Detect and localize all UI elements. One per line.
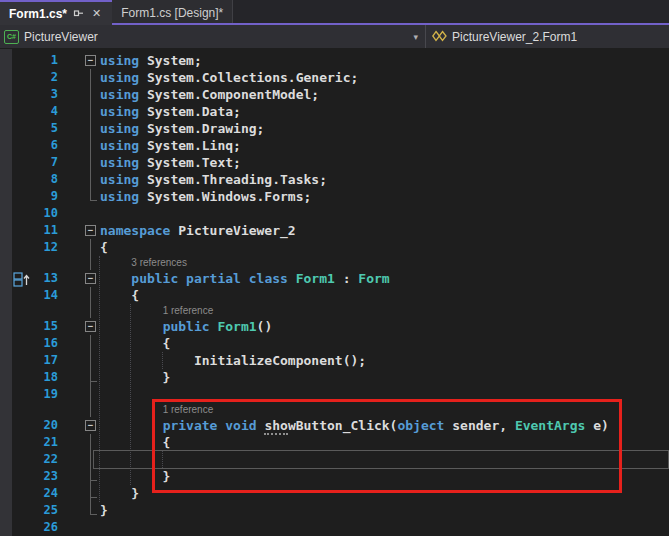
line-number: 15 <box>0 318 62 335</box>
code-row: 8using System.Threading.Tasks; <box>0 171 669 188</box>
outlining-margin <box>62 239 100 256</box>
code-line-text: } <box>100 485 139 502</box>
type-member-dropdown[interactable]: PictureViewer_2.Form1 <box>426 25 669 48</box>
close-icon[interactable]: ✕ <box>90 8 103 19</box>
navigation-bar: C# PictureViewer ▾ PictureViewer_2.Form1 <box>0 25 669 49</box>
code-line-text: public partial class Form1 : Form <box>100 270 390 287</box>
fold-toggle-icon[interactable]: − <box>85 321 96 332</box>
fold-toggle-icon[interactable]: − <box>85 225 96 236</box>
outlining-margin <box>62 352 100 369</box>
outlining-margin: − <box>62 270 100 287</box>
class-icon <box>432 30 447 43</box>
line-number: 8 <box>0 171 62 188</box>
outlining-margin <box>62 188 100 205</box>
code-line-text: using System.Drawing; <box>100 120 264 137</box>
line-number: 5 <box>0 120 62 137</box>
code-line-text: public Form1() <box>100 318 272 335</box>
code-row: 15− public Form1() <box>0 318 669 335</box>
outlining-margin <box>62 137 100 154</box>
outlining-margin <box>62 171 100 188</box>
code-row: 26 <box>0 519 669 536</box>
fold-toggle-icon[interactable]: − <box>85 420 96 431</box>
outlining-margin <box>62 154 100 171</box>
line-number: 14 <box>0 287 62 304</box>
code-line-text: using System; <box>100 52 202 69</box>
line-number: 7 <box>0 154 62 171</box>
outlining-margin <box>62 434 100 451</box>
line-number: 24 <box>0 485 62 502</box>
line-number: 6 <box>0 137 62 154</box>
inheritance-margin-icon[interactable] <box>13 272 30 291</box>
code-row: 6using System.Linq; <box>0 137 669 154</box>
code-line-text: using System.ComponentModel; <box>100 86 319 103</box>
code-row: 5using System.Drawing; <box>0 120 669 137</box>
code-row: 9using System.Windows.Forms; <box>0 188 669 205</box>
code-row: 1−using System; <box>0 52 669 69</box>
line-number: 20 <box>0 417 62 434</box>
code-row: 12{ <box>0 239 669 256</box>
codelens-references[interactable]: 3 references <box>100 256 187 270</box>
outlining-margin <box>62 69 100 86</box>
code-row: 7using System.Text; <box>0 154 669 171</box>
line-number: 2 <box>0 69 62 86</box>
line-number <box>0 403 62 417</box>
code-line-text: { <box>100 335 170 352</box>
project-dropdown-label: PictureViewer <box>24 30 98 44</box>
code-line-text: using System.Threading.Tasks; <box>100 171 327 188</box>
line-number: 17 <box>0 352 62 369</box>
tab-label: Form1.cs* <box>9 7 67 21</box>
line-number: 19 <box>0 386 62 403</box>
outlining-margin <box>62 468 100 485</box>
outlining-margin <box>62 287 100 304</box>
fold-toggle-icon[interactable]: − <box>85 55 96 66</box>
code-row: 2using System.Collections.Generic; <box>0 69 669 86</box>
line-number: 22 <box>0 451 62 468</box>
code-row: 10 <box>0 205 669 222</box>
line-number: 16 <box>0 335 62 352</box>
code-row: 14 { <box>0 287 669 304</box>
line-number: 4 <box>0 103 62 120</box>
code-line-text: using System.Linq; <box>100 137 241 154</box>
line-number: 23 <box>0 468 62 485</box>
tab-label: Form1.cs [Design]* <box>121 6 223 20</box>
line-number: 25 <box>0 502 62 519</box>
line-number: 9 <box>0 188 62 205</box>
tab-form1-cs-design[interactable]: Form1.cs [Design]* <box>112 0 233 25</box>
line-number: 11 <box>0 222 62 239</box>
code-row: 16 { <box>0 335 669 352</box>
code-editor[interactable]: 1−using System;2using System.Collections… <box>0 49 669 536</box>
code-row: 25} <box>0 502 669 519</box>
code-line-text: { <box>100 287 139 304</box>
code-line-text: } <box>100 369 170 386</box>
tab-form1-cs[interactable]: Form1.cs* ✕ <box>0 0 112 25</box>
code-line-text: InitializeComponent(); <box>100 352 366 369</box>
code-line-text: using System.Data; <box>100 103 241 120</box>
line-number: 18 <box>0 369 62 386</box>
outlining-margin <box>62 403 100 417</box>
code-row: 13− public partial class Form1 : Form <box>0 270 669 287</box>
outlining-margin <box>62 205 100 222</box>
visual-studio-editor-window: Form1.cs* ✕ Form1.cs [Design]* C# Pictur… <box>0 0 669 536</box>
code-line-text: { <box>100 239 108 256</box>
outlining-margin: − <box>62 417 100 434</box>
project-dropdown[interactable]: C# PictureViewer ▾ <box>0 25 426 48</box>
code-row: 17 InitializeComponent(); <box>0 352 669 369</box>
outlining-margin <box>62 304 100 318</box>
outlining-margin: − <box>62 222 100 239</box>
codelens-references[interactable]: 1 reference <box>100 304 213 318</box>
line-number: 26 <box>0 519 62 536</box>
code-row: 18 } <box>0 369 669 386</box>
outlining-margin <box>62 86 100 103</box>
outlining-margin <box>62 335 100 352</box>
outlining-margin <box>62 519 100 536</box>
fold-toggle-icon[interactable]: − <box>85 273 96 284</box>
code-row: 3using System.ComponentModel; <box>0 86 669 103</box>
code-line-text: using System.Windows.Forms; <box>100 188 311 205</box>
outlining-margin <box>62 120 100 137</box>
line-number: 12 <box>0 239 62 256</box>
code-row: 4using System.Data; <box>0 103 669 120</box>
outlining-margin <box>62 369 100 386</box>
pin-icon[interactable] <box>73 8 84 19</box>
codelens-row: 3 references <box>0 256 669 270</box>
line-number: 13 <box>0 270 62 287</box>
